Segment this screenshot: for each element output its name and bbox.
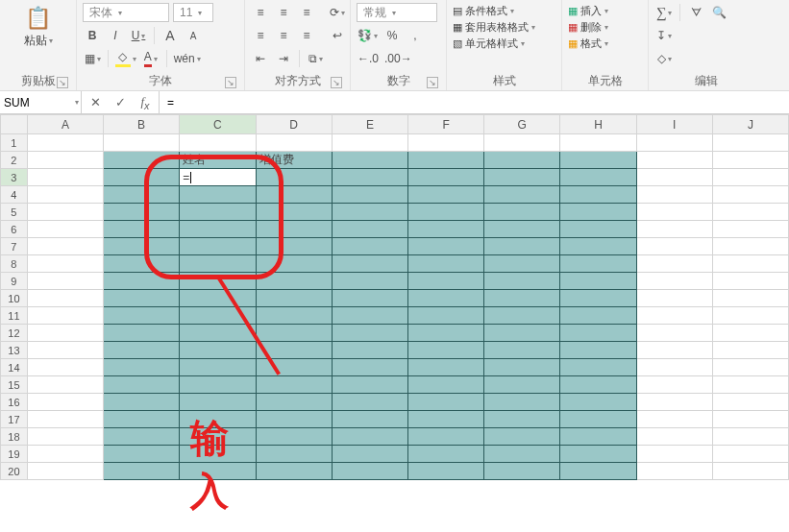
- grow-font-button[interactable]: A: [160, 26, 180, 45]
- delete-button[interactable]: ▦删除 ▾: [568, 20, 642, 35]
- cell-J16[interactable]: [712, 394, 788, 411]
- number-format-combo[interactable]: 常规▾: [357, 3, 437, 22]
- cell-G10[interactable]: [484, 290, 560, 307]
- fx-button[interactable]: fx: [137, 94, 153, 111]
- row-header-18[interactable]: 18: [1, 428, 28, 446]
- border-button[interactable]: ▦: [83, 49, 102, 68]
- cell-J11[interactable]: [712, 307, 788, 325]
- cell-J1[interactable]: [712, 134, 788, 152]
- cell-A3[interactable]: [27, 169, 103, 186]
- row-header-8[interactable]: 8: [1, 255, 28, 273]
- wrap-text-button[interactable]: ↩: [328, 26, 347, 45]
- cell-E19[interactable]: [332, 446, 407, 463]
- cell-A17[interactable]: [27, 411, 103, 428]
- cell-F5[interactable]: [407, 204, 483, 221]
- align-top-button[interactable]: ≡: [251, 3, 270, 22]
- sort-filter-button[interactable]: ᗊ: [686, 3, 705, 22]
- cell-J17[interactable]: [712, 411, 788, 428]
- cell-F3[interactable]: [407, 169, 483, 186]
- cell-B5[interactable]: [104, 204, 180, 221]
- cell-D4[interactable]: [256, 186, 332, 204]
- cell-J7[interactable]: [712, 238, 788, 255]
- cell-H4[interactable]: [560, 186, 636, 204]
- cell-D18[interactable]: [256, 428, 332, 446]
- cell-B13[interactable]: [104, 342, 180, 359]
- col-header-A[interactable]: A: [27, 115, 103, 134]
- cell-C6[interactable]: [180, 221, 256, 238]
- cell-C5[interactable]: [180, 204, 256, 221]
- cell-H11[interactable]: [560, 307, 636, 325]
- cell-I18[interactable]: [636, 428, 712, 446]
- underline-button[interactable]: U: [129, 26, 148, 45]
- font-name-combo[interactable]: 宋体▾: [83, 3, 169, 22]
- increase-decimal-button[interactable]: ←.0: [357, 49, 380, 68]
- row-header-13[interactable]: 13: [1, 342, 28, 359]
- cell-C17[interactable]: [180, 411, 256, 428]
- align-bottom-button[interactable]: ≡: [297, 3, 316, 22]
- cell-C8[interactable]: [180, 255, 256, 273]
- cell-I17[interactable]: [636, 411, 712, 428]
- cell-A8[interactable]: [27, 255, 103, 273]
- percent-button[interactable]: %: [382, 26, 402, 45]
- cell-A5[interactable]: [27, 204, 103, 221]
- row-header-7[interactable]: 7: [1, 238, 28, 255]
- cell-B18[interactable]: [104, 428, 180, 446]
- cell-H13[interactable]: [560, 342, 636, 359]
- cell-E12[interactable]: [332, 325, 407, 342]
- conditional-format-button[interactable]: ▤条件格式 ▾: [453, 4, 555, 18]
- cell-H12[interactable]: [560, 325, 636, 342]
- row-header-14[interactable]: 14: [1, 359, 28, 376]
- row-header-2[interactable]: 2: [1, 152, 28, 169]
- row-header-5[interactable]: 5: [1, 204, 28, 221]
- shrink-font-button[interactable]: A: [184, 26, 203, 45]
- cell-E20[interactable]: [332, 463, 407, 480]
- cell-F12[interactable]: [407, 325, 483, 342]
- cell-G18[interactable]: [484, 428, 560, 446]
- cell-C3[interactable]: =: [180, 169, 256, 186]
- accounting-button[interactable]: 💱: [357, 26, 379, 45]
- cell-I15[interactable]: [636, 376, 712, 394]
- cell-C7[interactable]: [180, 238, 256, 255]
- font-dialog-launcher[interactable]: ↘: [225, 77, 236, 88]
- paste-button[interactable]: 📋 粘贴▾: [6, 2, 70, 49]
- merge-button[interactable]: ⧉: [306, 49, 325, 68]
- cell-B7[interactable]: [104, 238, 180, 255]
- cell-E5[interactable]: [332, 204, 407, 221]
- align-left-button[interactable]: ≡: [251, 26, 270, 45]
- cell-G12[interactable]: [484, 325, 560, 342]
- cell-E17[interactable]: [332, 411, 407, 428]
- cell-G13[interactable]: [484, 342, 560, 359]
- cell-G14[interactable]: [484, 359, 560, 376]
- cell-I19[interactable]: [636, 446, 712, 463]
- cell-F19[interactable]: [407, 446, 483, 463]
- cell-D6[interactable]: [256, 221, 332, 238]
- cell-C11[interactable]: [180, 307, 256, 325]
- cell-J14[interactable]: [712, 359, 788, 376]
- cell-I20[interactable]: [636, 463, 712, 480]
- cell-E18[interactable]: [332, 428, 407, 446]
- cell-H10[interactable]: [560, 290, 636, 307]
- cell-H16[interactable]: [560, 394, 636, 411]
- cell-G6[interactable]: [484, 221, 560, 238]
- col-header-B[interactable]: B: [104, 115, 180, 134]
- cell-H20[interactable]: [560, 463, 636, 480]
- cell-I6[interactable]: [636, 221, 712, 238]
- row-header-19[interactable]: 19: [1, 446, 28, 463]
- cell-B14[interactable]: [104, 359, 180, 376]
- col-header-H[interactable]: H: [560, 115, 636, 134]
- cell-E15[interactable]: [332, 376, 407, 394]
- cell-J8[interactable]: [712, 255, 788, 273]
- decrease-indent-button[interactable]: ⇤: [251, 49, 270, 68]
- cell-J2[interactable]: [712, 152, 788, 169]
- cell-A9[interactable]: [27, 273, 103, 290]
- cell-D12[interactable]: [256, 325, 332, 342]
- cell-C20[interactable]: [180, 463, 256, 480]
- cell-B16[interactable]: [104, 394, 180, 411]
- cell-D16[interactable]: [256, 394, 332, 411]
- cell-A6[interactable]: [27, 221, 103, 238]
- italic-button[interactable]: I: [106, 26, 125, 45]
- cell-A12[interactable]: [27, 325, 103, 342]
- cell-G11[interactable]: [484, 307, 560, 325]
- format-table-button[interactable]: ▦套用表格格式 ▾: [453, 20, 555, 35]
- cell-F4[interactable]: [407, 186, 483, 204]
